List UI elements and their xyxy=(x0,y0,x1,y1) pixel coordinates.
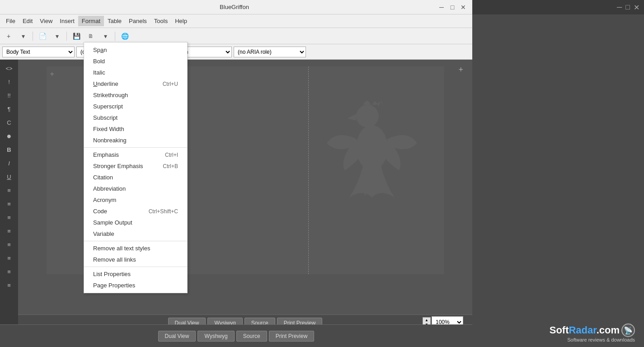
list1-icon[interactable]: ≡ xyxy=(3,184,15,197)
menu-item-stronger-emphasis[interactable]: Stronger Emphasis Ctrl+B xyxy=(84,160,187,172)
menu-table[interactable]: Table xyxy=(104,16,125,26)
right-panel: ─ □ ✕ xyxy=(472,0,644,347)
right-maximize-btn[interactable]: □ xyxy=(625,3,630,11)
underline-icon[interactable]: U xyxy=(3,170,15,183)
menu-item-page-properties[interactable]: Page Properties xyxy=(84,280,187,291)
menu-item-emphasis[interactable]: Emphasis Ctrl+I xyxy=(84,149,187,160)
emphasis-shortcut: Ctrl+I xyxy=(165,152,178,158)
minimize-btn[interactable]: ─ xyxy=(437,3,446,12)
list2-icon[interactable]: ≡ xyxy=(3,197,15,210)
menu-item-abbreviation[interactable]: Abbreviation xyxy=(84,183,187,194)
watermark-logo: SoftRadar.com xyxy=(550,324,620,336)
code-label: Code xyxy=(93,208,107,215)
variable-label: Variable xyxy=(93,230,114,237)
abbreviation-label: Abbreviation xyxy=(93,185,126,192)
new-btn[interactable]: + xyxy=(2,30,15,42)
globe-btn[interactable]: 🌐 xyxy=(118,30,131,42)
right-panel-titlebar: ─ □ ✕ xyxy=(472,0,644,14)
right-minimize-btn[interactable]: ─ xyxy=(617,3,622,11)
menu-item-italic[interactable]: Italic xyxy=(84,67,187,78)
menu-item-strikethrough[interactable]: Strikethrough xyxy=(84,89,187,101)
underline-label: Underline xyxy=(93,80,118,87)
toolbar-sep-1 xyxy=(33,32,33,41)
watermark-radar: Radar xyxy=(569,324,596,336)
app-title: BlueGriffon xyxy=(32,4,437,10)
editor-plus-tl[interactable]: + xyxy=(50,70,54,78)
secondary-bottom-bar: Dual View Wyshwyg Source Print Preview xyxy=(0,324,472,347)
title-bar-controls: ─ □ ✕ xyxy=(437,3,468,12)
menu-item-span[interactable]: Span xyxy=(84,44,187,56)
fixed-width-label: Fixed Width xyxy=(93,126,124,132)
aria-dropdown[interactable]: (no ARIA role) xyxy=(234,47,306,57)
main-toolbar: + ▾ 📄 ▾ 💾 🗎 ▾ 🌐 xyxy=(0,28,472,44)
watermark-com: .com xyxy=(597,324,620,336)
circle-icon[interactable]: ● xyxy=(3,130,15,142)
menu-item-bold[interactable]: Bold xyxy=(84,56,187,67)
menu-view[interactable]: View xyxy=(36,16,56,26)
menu-separator-1 xyxy=(84,147,187,148)
menu-item-variable[interactable]: Variable xyxy=(84,228,187,239)
dual-view-tab-2[interactable]: Dual View xyxy=(158,331,196,342)
menu-tools[interactable]: Tools xyxy=(150,16,171,26)
wysiwyg-tab-2[interactable]: Wyshwyg xyxy=(197,331,234,342)
menu-item-list-properties[interactable]: List Properties xyxy=(84,268,187,280)
menu-item-subscript[interactable]: Subscript xyxy=(84,112,187,123)
list6-icon[interactable]: ≡ xyxy=(3,252,15,264)
main-content: <> ! !! ¶ C ● B I U ≡ ≡ ≡ ≡ ≡ ≡ ≡ ≡ xyxy=(0,60,472,331)
list3-icon[interactable]: ≡ xyxy=(3,211,15,224)
menu-format[interactable]: Format xyxy=(78,16,104,26)
code-icon[interactable]: <> xyxy=(3,62,15,75)
c-icon[interactable]: C xyxy=(3,116,15,129)
add-column-btn[interactable]: + xyxy=(458,65,463,75)
exclamation-icon[interactable]: ! xyxy=(3,75,15,88)
save-btn[interactable]: 💾 xyxy=(70,30,83,42)
list-properties-label: List Properties xyxy=(93,271,131,277)
list4-icon[interactable]: ≡ xyxy=(3,225,15,237)
menu-item-fixed-width[interactable]: Fixed Width xyxy=(84,123,187,135)
format-dropdown-menu: Span Bold Italic Underline Ctrl+U Strike… xyxy=(84,42,188,293)
stronger-emphasis-shortcut: Ctrl+B xyxy=(163,163,178,169)
double-exclamation-icon[interactable]: !! xyxy=(3,89,15,102)
bold-icon[interactable]: B xyxy=(3,143,15,156)
menu-item-underline[interactable]: Underline Ctrl+U xyxy=(84,78,187,89)
list7-icon[interactable]: ≡ xyxy=(3,265,15,278)
page-properties-label: Page Properties xyxy=(93,282,135,289)
menu-panels[interactable]: Panels xyxy=(125,16,150,26)
save2-btn[interactable]: 🗎 xyxy=(85,30,97,42)
menu-item-sample-output[interactable]: Sample Output xyxy=(84,217,187,228)
superscript-label: Superscript xyxy=(93,103,123,110)
menu-help[interactable]: Help xyxy=(171,16,191,26)
menu-item-remove-links[interactable]: Remove all links xyxy=(84,254,187,265)
menu-item-remove-text-styles[interactable]: Remove all text styles xyxy=(84,243,187,254)
bold-label: Bold xyxy=(93,58,105,65)
menu-insert[interactable]: Insert xyxy=(56,16,78,26)
list8-icon[interactable]: ≡ xyxy=(3,279,15,291)
open-dropdown-btn[interactable]: ▾ xyxy=(51,30,63,42)
new-dropdown-btn[interactable]: ▾ xyxy=(17,30,29,42)
print-preview-tab-2[interactable]: Print Preview xyxy=(269,331,315,342)
menu-item-acronym[interactable]: Acronym xyxy=(84,194,187,206)
acronym-label: Acronym xyxy=(93,197,116,203)
right-close-btn[interactable]: ✕ xyxy=(634,3,639,12)
style-dropdown[interactable]: Body Text xyxy=(2,47,75,57)
menu-file[interactable]: File xyxy=(2,16,19,26)
close-btn[interactable]: ✕ xyxy=(459,3,468,12)
remove-text-styles-label: Remove all text styles xyxy=(93,245,150,252)
menu-item-citation[interactable]: Citation xyxy=(84,172,187,183)
zoom-up-btn[interactable]: ▲ xyxy=(423,318,430,322)
stronger-emphasis-label: Stronger Emphasis xyxy=(93,163,143,169)
list5-icon[interactable]: ≡ xyxy=(3,238,15,251)
open-btn[interactable]: 📄 xyxy=(36,30,49,42)
italic-icon[interactable]: I xyxy=(3,157,15,169)
save3-btn[interactable]: ▾ xyxy=(99,30,112,42)
menu-item-nonbreaking[interactable]: Nonbreaking xyxy=(84,135,187,146)
menu-item-superscript[interactable]: Superscript xyxy=(84,101,187,112)
menu-item-code[interactable]: Code Ctrl+Shift+C xyxy=(84,206,187,217)
menu-edit[interactable]: Edit xyxy=(19,16,36,26)
radar-icon: 📡 xyxy=(621,324,635,337)
paragraph-icon[interactable]: ¶ xyxy=(3,103,15,115)
column-border xyxy=(308,66,309,274)
maximize-btn[interactable]: □ xyxy=(448,3,457,12)
source-tab-2[interactable]: Source xyxy=(236,331,267,342)
title-bar: BlueGriffon ─ □ ✕ xyxy=(0,0,472,14)
